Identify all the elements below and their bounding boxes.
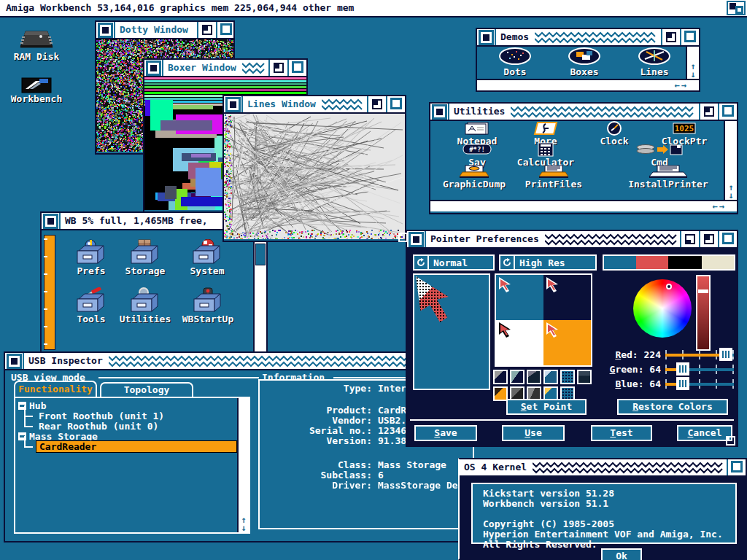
close-gadget[interactable]	[430, 104, 449, 120]
zoom-gadget[interactable]	[268, 60, 287, 76]
scroll-right-icon[interactable]: →	[719, 203, 724, 211]
utilities-icon-clockptr[interactable]: 1025 ClockPtr	[658, 121, 711, 147]
utilities-icon-clock[interactable]: Clock	[594, 121, 635, 147]
wb-icon-utilities[interactable]: Utilities	[120, 287, 170, 324]
close-gadget[interactable]	[477, 29, 496, 45]
tab-topology[interactable]: Topology	[100, 382, 193, 397]
size-gadget[interactable]	[726, 436, 735, 446]
zoom-gadget[interactable]	[197, 22, 216, 38]
pointer-palette-strip[interactable]	[603, 254, 735, 271]
drag-bar[interactable]	[511, 106, 696, 120]
cancel-button[interactable]: Cancel	[677, 425, 732, 441]
palette-color-black[interactable]	[668, 256, 702, 269]
close-gadget[interactable]	[144, 60, 163, 76]
wb-scroll-thumb[interactable]	[255, 244, 266, 265]
pointer-preset-thumb[interactable]	[577, 370, 592, 384]
utilities-horizontal-scrollbar[interactable]: ← →	[430, 200, 737, 211]
blue-slider[interactable]	[665, 377, 734, 390]
size-gadget[interactable]	[726, 202, 735, 211]
size-gadget[interactable]	[688, 81, 697, 90]
blue-slider-thumb[interactable]	[676, 377, 689, 390]
save-button[interactable]: Save	[414, 425, 477, 441]
test-button[interactable]: Test	[591, 425, 652, 441]
red-slider[interactable]	[665, 348, 734, 361]
size-gadget[interactable]	[398, 233, 408, 242]
color-wheel-marker[interactable]	[666, 284, 672, 289]
set-point-button[interactable]: Set Point	[506, 399, 587, 415]
drag-bar[interactable]	[545, 233, 677, 247]
wb-icon-system[interactable]: System	[186, 239, 228, 276]
depth-gadget[interactable]	[386, 96, 405, 112]
tree-node-cardreader-selected[interactable]: CardReader	[21, 441, 237, 451]
pointer-edit-grid[interactable]	[413, 273, 490, 390]
palette-color-teal[interactable]	[604, 256, 636, 269]
close-gadget[interactable]	[5, 353, 24, 369]
kernel-title-bar[interactable]: OS 4 Kernel	[460, 459, 746, 477]
pointer-preset-thumb[interactable]	[560, 370, 575, 384]
scroll-down-icon[interactable]: ↓	[728, 192, 733, 200]
depth-gadget[interactable]	[680, 29, 699, 45]
utilities-vertical-scrollbar[interactable]: ↑ ↓	[724, 121, 737, 200]
scroll-left-icon[interactable]: ←	[675, 82, 680, 90]
wb-icon-prefs[interactable]: Prefs	[71, 239, 112, 276]
ok-button[interactable]: Ok	[601, 548, 642, 560]
demos-icon-boxes[interactable]: Boxes	[562, 47, 607, 77]
lines-title-bar[interactable]: Lines Window	[224, 96, 405, 114]
pointer-preset-thumb[interactable]	[493, 386, 508, 401]
demos-title-bar[interactable]: Demos	[477, 29, 699, 47]
utilities-icon-graphicdump[interactable]: GraphicDump	[441, 164, 508, 190]
scroll-left-icon[interactable]: ←	[713, 203, 718, 211]
zoom-gadget[interactable]	[699, 104, 718, 120]
close-gadget[interactable]	[407, 231, 426, 247]
desktop-icon-workbench[interactable]: Workbench	[3, 77, 70, 104]
zoom-gadget[interactable]	[699, 231, 718, 247]
palette-color-red[interactable]	[636, 256, 668, 269]
green-slider-thumb[interactable]	[676, 362, 689, 376]
close-gadget[interactable]	[96, 22, 115, 38]
drag-bar[interactable]	[533, 462, 724, 475]
usb-title-bar[interactable]: USB Inspector	[5, 353, 471, 370]
depth-gadget[interactable]	[287, 60, 306, 76]
green-slider[interactable]	[665, 362, 734, 376]
pointer-title-bar[interactable]: Pointer Preferences	[407, 231, 737, 249]
restore-colors-button[interactable]: Restore Colors	[617, 399, 728, 415]
utilities-icon-notepad[interactable]: Notepad	[448, 121, 506, 147]
wb-icon-wbstartup[interactable]: WBStartUp	[182, 287, 234, 324]
color-wheel[interactable]	[633, 279, 692, 338]
close-gadget[interactable]	[42, 213, 61, 229]
scroll-right-icon[interactable]: →	[681, 82, 686, 90]
depth-gadget[interactable]	[718, 104, 737, 120]
demos-icon-dots[interactable]: Dots	[495, 47, 535, 77]
demos-vertical-scrollbar[interactable]: ↑ ↓	[686, 47, 699, 79]
zoom-gadget[interactable]	[367, 96, 386, 112]
desktop-icon-ram-disk[interactable]: RAM Disk	[4, 29, 69, 62]
normal-pointer-cycle[interactable]: Normal	[413, 254, 495, 271]
tab-functionality[interactable]: Functionality	[14, 381, 97, 397]
scroll-down-icon[interactable]: ↓	[241, 524, 246, 532]
scroll-down-icon[interactable]: ↓	[690, 71, 695, 79]
wb-icon-storage[interactable]: Storage	[125, 239, 166, 276]
pointer-preset-thumb[interactable]	[527, 370, 541, 384]
tree-node-hub[interactable]: Hub	[18, 400, 46, 411]
highres-pointer-cycle[interactable]: High Res	[499, 254, 597, 271]
screen-depth-gadget[interactable]	[727, 1, 746, 15]
wb-vertical-scrollbar[interactable]	[253, 232, 266, 353]
utilities-icon-printfiles[interactable]: PrintFiles	[522, 164, 585, 190]
pointer-preset-thumb[interactable]	[510, 370, 525, 384]
demos-horizontal-scrollbar[interactable]: ← →	[477, 79, 699, 90]
demos-icon-lines[interactable]: Lines	[633, 47, 676, 77]
value-slider[interactable]	[696, 275, 711, 351]
palette-color-cream[interactable]	[702, 256, 734, 269]
depth-gadget[interactable]	[727, 459, 746, 475]
use-button[interactable]: Use	[502, 425, 565, 441]
usb-device-tree[interactable]: Hub Front Roothub (unit 1) Rear Roothub …	[14, 397, 250, 534]
dotty-title-bar[interactable]: Dotty Window	[96, 22, 233, 39]
close-gadget[interactable]	[224, 96, 243, 112]
tree-node-front-roothub[interactable]: Front Roothub (unit 1)	[21, 411, 164, 421]
tree-scrollbar[interactable]: ↑ ↓	[237, 398, 249, 532]
depth-gadget[interactable]	[718, 231, 737, 247]
pointer-preset-thumb[interactable]	[543, 370, 558, 384]
red-slider-thumb[interactable]	[719, 348, 732, 361]
value-slider-thumb[interactable]	[698, 289, 708, 293]
drag-bar[interactable]	[535, 31, 658, 45]
